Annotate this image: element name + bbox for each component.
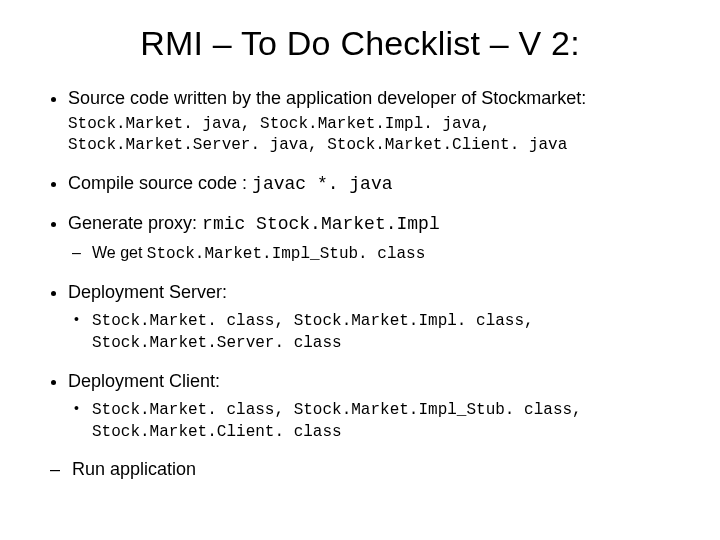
sub-item: Stock.Market. class, Stock.Market.Impl. …: [92, 310, 680, 354]
bullet-list: Source code written by the application d…: [40, 87, 680, 443]
item-text: Deployment Client:: [68, 371, 220, 391]
sub-list: We get Stock.Market.Impl_Stub. class: [68, 243, 680, 265]
sub-list: Stock.Market. class, Stock.Market.Impl_S…: [68, 399, 680, 443]
item-text: Source code written by the application d…: [68, 88, 586, 108]
inline-code: Stock.Market. class, Stock.Market.Impl. …: [92, 312, 534, 352]
list-item: Compile source code : javac *. java: [68, 172, 680, 196]
sub-item: We get Stock.Market.Impl_Stub. class: [92, 243, 680, 265]
code-line: Stock.Market. java, Stock.Market.Impl. j…: [68, 114, 680, 156]
item-text: Deployment Server:: [68, 282, 227, 302]
item-text: Generate proxy:: [68, 213, 202, 233]
slide-title: RMI – To Do Checklist – V 2:: [40, 24, 680, 63]
list-item: Deployment Server: Stock.Market. class, …: [68, 281, 680, 354]
sub-text: We get: [92, 244, 147, 261]
inline-code: javac *. java: [252, 174, 392, 194]
sub-item: Stock.Market. class, Stock.Market.Impl_S…: [92, 399, 680, 443]
inline-code: Stock.Market.Impl_Stub. class: [147, 245, 425, 263]
inline-code: Stock.Market. class, Stock.Market.Impl_S…: [92, 401, 582, 441]
run-line: Run application: [50, 459, 680, 480]
list-item: Deployment Client: Stock.Market. class, …: [68, 370, 680, 443]
slide: RMI – To Do Checklist – V 2: Source code…: [0, 0, 720, 540]
item-text: Compile source code :: [68, 173, 252, 193]
sub-list: Stock.Market. class, Stock.Market.Impl. …: [68, 310, 680, 354]
inline-code: rmic Stock.Market.Impl: [202, 214, 440, 234]
list-item: Source code written by the application d…: [68, 87, 680, 156]
list-item: Generate proxy: rmic Stock.Market.Impl W…: [68, 212, 680, 264]
